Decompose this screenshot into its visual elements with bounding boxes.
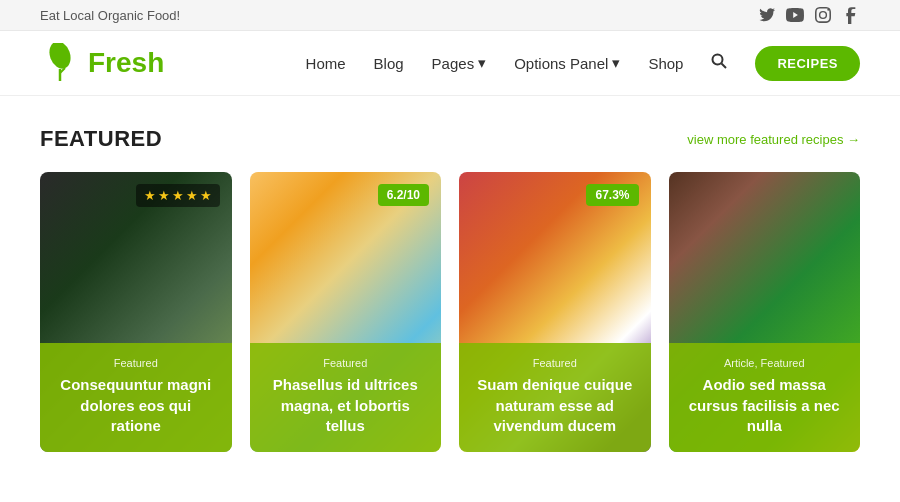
instagram-icon[interactable] xyxy=(814,6,832,24)
nav-blog[interactable]: Blog xyxy=(374,55,404,72)
main-nav: Home Blog Pages ▾ Options Panel ▾ Shop R… xyxy=(306,46,860,81)
header: Fresh Home Blog Pages ▾ Options Panel ▾ … xyxy=(0,31,900,96)
card-2-title: Phasellus id ultrices magna, et lobortis… xyxy=(264,375,428,436)
card-3-badge: 67.3% xyxy=(586,184,638,206)
card-4-category: Article, Featured xyxy=(683,357,847,369)
card-2-badge: 6.2/10 xyxy=(378,184,429,206)
social-icons xyxy=(758,6,860,24)
card-3-category: Featured xyxy=(473,357,637,369)
card-2-category: Featured xyxy=(264,357,428,369)
logo-text: Fresh xyxy=(88,47,164,79)
featured-card-3[interactable]: 67.3% Featured Suam denique cuique natur… xyxy=(459,172,651,452)
card-1-overlay: Featured Consequuntur magni dolores eos … xyxy=(40,343,232,452)
card-4-overlay: Article, Featured Aodio sed massa cursus… xyxy=(669,343,861,452)
featured-title: FEATURED xyxy=(40,126,162,152)
card-3-title: Suam denique cuique naturam esse ad vive… xyxy=(473,375,637,436)
card-3-overlay: Featured Suam denique cuique naturam ess… xyxy=(459,343,651,452)
main-content: FEATURED view more featured recipes → ★ … xyxy=(0,96,900,482)
svg-line-4 xyxy=(722,64,727,69)
nav-options-panel[interactable]: Options Panel ▾ xyxy=(514,54,620,72)
featured-card-2[interactable]: 6.2/10 Featured Phasellus id ultrices ma… xyxy=(250,172,442,452)
facebook-icon[interactable] xyxy=(842,6,860,24)
nav-home[interactable]: Home xyxy=(306,55,346,72)
featured-card-1[interactable]: ★ ★ ★ ★ ★ Featured Consequuntur magni do… xyxy=(40,172,232,452)
options-chevron-icon: ▾ xyxy=(612,54,620,72)
featured-card-4[interactable]: Article, Featured Aodio sed massa cursus… xyxy=(669,172,861,452)
card-2-overlay: Featured Phasellus id ultrices magna, et… xyxy=(250,343,442,452)
top-bar: Eat Local Organic Food! xyxy=(0,0,900,31)
logo[interactable]: Fresh xyxy=(40,43,164,83)
card-1-stars: ★ ★ ★ ★ ★ xyxy=(136,184,220,207)
featured-header: FEATURED view more featured recipes → xyxy=(40,126,860,152)
youtube-icon[interactable] xyxy=(786,6,804,24)
svg-point-0 xyxy=(46,43,74,72)
nav-pages[interactable]: Pages ▾ xyxy=(432,54,487,72)
pages-chevron-icon: ▾ xyxy=(478,54,486,72)
card-1-category: Featured xyxy=(54,357,218,369)
twitter-icon[interactable] xyxy=(758,6,776,24)
logo-icon xyxy=(40,43,80,83)
nav-shop[interactable]: Shop xyxy=(648,55,683,72)
svg-point-3 xyxy=(713,55,723,65)
card-4-title: Aodio sed massa cursus facilisis a nec n… xyxy=(683,375,847,436)
card-1-title: Consequuntur magni dolores eos qui ratio… xyxy=(54,375,218,436)
view-more-link[interactable]: view more featured recipes → xyxy=(687,132,860,147)
search-icon[interactable] xyxy=(711,53,727,73)
recipes-button[interactable]: RECIPES xyxy=(755,46,860,81)
cards-grid: ★ ★ ★ ★ ★ Featured Consequuntur magni do… xyxy=(40,172,860,452)
top-bar-text: Eat Local Organic Food! xyxy=(40,8,180,23)
